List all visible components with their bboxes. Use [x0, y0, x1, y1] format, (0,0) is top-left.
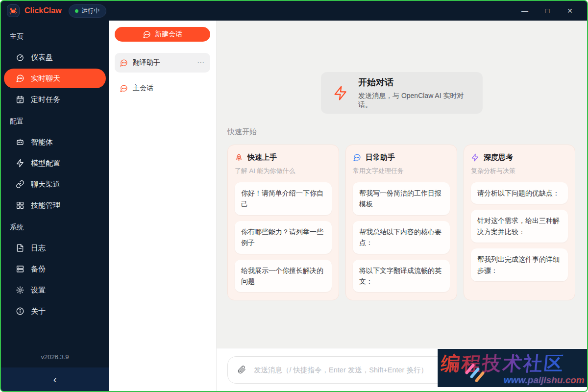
prompt-chip[interactable]: 你好！请简单介绍一下你自己	[235, 182, 332, 215]
card-quick-start: 快速上手 了解 AI 能为你做什么 你好！请简单介绍一下你自己 你有哪些能力？请…	[227, 145, 339, 300]
session-item-translator[interactable]: 翻译助手 ⋯	[115, 53, 210, 73]
gear-icon	[16, 286, 24, 294]
sidebar-collapse-button[interactable]: ‹	[1, 368, 109, 391]
window-controls: — □ ✕	[514, 1, 581, 21]
watermark: 编程技术社区 www.paijishu.com	[438, 349, 587, 387]
card-title: 快速上手	[247, 153, 277, 162]
chevron-left-icon: ‹	[53, 374, 57, 385]
sidebar-item-label: 聊天渠道	[31, 180, 60, 189]
prompt-chip[interactable]: 将以下文字翻译成流畅的英文：	[353, 260, 450, 293]
session-label: 主会话	[133, 84, 153, 93]
sidebar-item-backup[interactable]: 备份	[4, 259, 106, 279]
status-badge: 运行中	[69, 4, 107, 18]
sidebar-item-dashboard[interactable]: 仪表盘	[4, 48, 106, 67]
close-button[interactable]: ✕	[559, 1, 581, 21]
sidebar-item-agents[interactable]: 智能体	[4, 132, 106, 152]
chat-bubble-icon	[120, 59, 128, 67]
chat-icon	[353, 153, 361, 162]
archive-icon	[16, 265, 24, 273]
sidebar-item-label: 备份	[31, 265, 46, 274]
card-subtitle: 常用文字处理任务	[353, 167, 450, 175]
sidebar-item-skill-management[interactable]: 技能管理	[4, 196, 106, 215]
lightning-icon	[333, 85, 348, 101]
paperclip-icon[interactable]	[238, 366, 246, 374]
sidebar-item-realtime-chat[interactable]: 实时聊天	[4, 69, 106, 88]
sidebar-item-label: 技能管理	[31, 201, 60, 210]
watermark-url: www.paijishu.com	[504, 375, 585, 386]
status-label: 运行中	[82, 7, 100, 15]
info-icon	[16, 307, 24, 316]
sidebar-item-about[interactable]: 关于	[4, 301, 106, 321]
sidebar-item-label: 仪表盘	[31, 53, 53, 62]
rocket-icon	[235, 153, 243, 162]
prompt-chip[interactable]: 你有哪些能力？请列举一些例子	[235, 221, 332, 254]
quick-start-cards: 快速上手 了解 AI 能为你做什么 你好！请简单介绍一下你自己 你有哪些能力？请…	[227, 145, 575, 300]
minimize-button[interactable]: —	[514, 1, 536, 21]
sidebar-item-model-config[interactable]: 模型配置	[4, 153, 106, 173]
new-session-button[interactable]: 新建会话	[115, 27, 210, 42]
sidebar-item-label: 日志	[31, 244, 46, 253]
start-conversation-banner: 开始对话 发送消息，与 OpenClaw AI 实时对话。	[321, 72, 483, 114]
card-daily-assistant: 日常助手 常用文字处理任务 帮我写一份简洁的工作日报模板 帮我总结以下内容的核心…	[345, 145, 457, 300]
sidebar-item-logs[interactable]: 日志	[4, 238, 106, 258]
prompt-chip[interactable]: 帮我列出完成这件事的详细步骤：	[471, 248, 568, 281]
sidebar-item-settings[interactable]: 设置	[4, 280, 106, 300]
card-title: 日常助手	[366, 153, 395, 162]
hero-description: 发送消息，与 OpenClaw AI 实时对话。	[358, 92, 471, 109]
app-logo	[7, 4, 20, 17]
sidebar-section-config: 配置	[1, 112, 109, 131]
app-window: ClickClaw 运行中 — □ ✕ 主页 仪表盘	[0, 0, 588, 392]
prompt-chip[interactable]: 针对这个需求，给出三种解决方案并比较：	[471, 210, 568, 243]
zap-icon	[16, 159, 24, 168]
card-deep-thinking: 深度思考 复杂分析与决策 请分析以下问题的优缺点： 针对这个需求，给出三种解决方…	[464, 145, 575, 300]
calendar-icon	[16, 95, 24, 104]
sidebar: 主页 仪表盘 实时聊天 定时任务	[1, 21, 109, 391]
app-title: ClickClaw	[24, 6, 62, 15]
prompt-chip[interactable]: 帮我总结以下内容的核心要点：	[353, 221, 450, 254]
quick-start-label: 快速开始	[227, 127, 587, 137]
chat-welcome-area: 开始对话 发送消息，与 OpenClaw AI 实时对话。 快速开始 快速上手	[217, 21, 587, 348]
session-label: 翻译助手	[133, 58, 160, 67]
file-icon	[16, 244, 24, 252]
main-area: 开始对话 发送消息，与 OpenClaw AI 实时对话。 快速开始 快速上手	[217, 21, 587, 391]
robot-icon	[16, 138, 24, 147]
watermark-title: 编程技术社区	[440, 350, 587, 377]
title-bar: ClickClaw 运行中 — □ ✕	[1, 1, 587, 21]
chat-bubble-icon	[16, 74, 24, 83]
link-icon	[16, 180, 24, 189]
chat-bubble-icon	[143, 30, 151, 39]
new-session-label: 新建会话	[155, 30, 182, 39]
prompt-chip[interactable]: 请分析以下问题的优缺点：	[471, 182, 568, 204]
prompt-chip[interactable]: 给我展示一个你擅长解决的问题	[235, 260, 332, 293]
sidebar-section-home: 主页	[1, 27, 109, 46]
sidebar-item-label: 关于	[31, 307, 46, 316]
sidebar-section-system: 系统	[1, 218, 109, 237]
bolt-icon	[471, 153, 479, 162]
sidebar-item-scheduled-tasks[interactable]: 定时任务	[4, 90, 106, 109]
card-subtitle: 了解 AI 能为你做什么	[235, 167, 332, 175]
sessions-panel: 新建会话 翻译助手 ⋯ 主会话	[109, 21, 217, 391]
sidebar-item-label: 模型配置	[31, 159, 60, 168]
crab-logo-icon	[9, 6, 18, 15]
app-version: v2026.3.9	[1, 348, 109, 368]
sidebar-item-label: 智能体	[31, 138, 53, 147]
sidebar-item-chat-channels[interactable]: 聊天渠道	[4, 174, 106, 194]
chat-bubble-icon	[120, 84, 128, 93]
session-menu-icon[interactable]: ⋯	[197, 58, 205, 67]
grid-icon	[16, 201, 24, 210]
card-title: 深度思考	[484, 153, 513, 162]
sidebar-item-label: 设置	[31, 286, 46, 295]
gauge-icon	[16, 53, 24, 62]
sidebar-item-label: 定时任务	[31, 95, 60, 104]
maximize-button[interactable]: □	[536, 1, 559, 21]
hero-title: 开始对话	[358, 76, 471, 88]
status-dot-icon	[75, 9, 78, 13]
sidebar-nav: 主页 仪表盘 实时聊天 定时任务	[1, 21, 109, 322]
sidebar-item-label: 实时聊天	[31, 74, 60, 83]
prompt-chip[interactable]: 帮我写一份简洁的工作日报模板	[353, 182, 450, 215]
session-item-main[interactable]: 主会话	[115, 78, 210, 98]
card-subtitle: 复杂分析与决策	[471, 167, 568, 175]
